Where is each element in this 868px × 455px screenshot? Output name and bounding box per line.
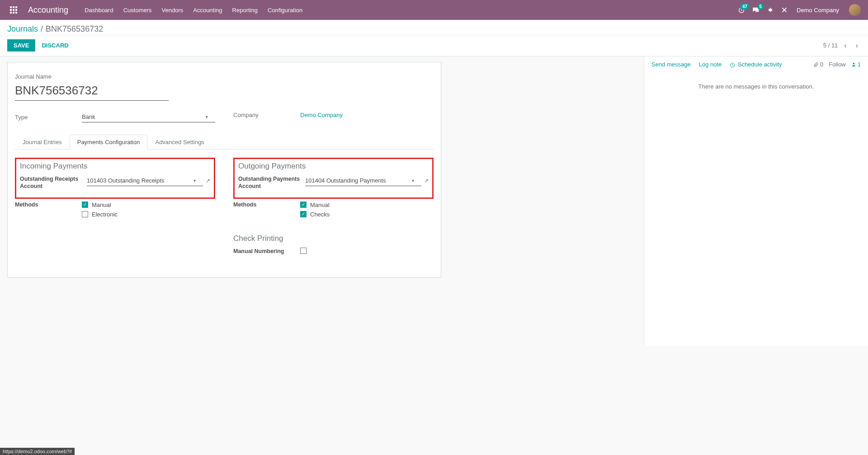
follow-button[interactable]: Follow: [829, 61, 846, 68]
caret-down-icon: ▾: [193, 178, 196, 183]
send-message-button[interactable]: Send message: [651, 61, 691, 68]
pager: 5 / 11 ‹ ›: [823, 40, 861, 52]
incoming-title: Incoming Payments: [20, 162, 210, 171]
company-name[interactable]: Demo Company: [797, 7, 839, 14]
svg-rect-5: [15, 9, 17, 11]
journal-name-input[interactable]: [15, 82, 169, 101]
tabs: Journal Entries Payments Configuration A…: [15, 134, 434, 150]
nav-customers[interactable]: Customers: [123, 7, 152, 14]
chatter-empty-text: There are no messages in this conversati…: [644, 72, 868, 101]
svg-rect-7: [13, 12, 14, 14]
user-avatar[interactable]: [849, 4, 861, 16]
tab-advanced[interactable]: Advanced Settings: [147, 135, 212, 150]
discard-button[interactable]: DISCARD: [42, 42, 68, 49]
svg-point-12: [853, 63, 854, 65]
svg-rect-4: [13, 9, 14, 11]
incoming-manual-checkbox[interactable]: [82, 202, 88, 208]
outgoing-methods-label: Methods: [233, 202, 300, 220]
timer-badge: 47: [740, 4, 750, 9]
outgoing-highlight: Outgoing Payments Outstanding Payments A…: [233, 158, 434, 199]
svg-rect-0: [10, 6, 12, 8]
chat-icon[interactable]: 5: [752, 6, 760, 14]
pager-prev-icon[interactable]: ‹: [841, 40, 849, 52]
app-title[interactable]: Accounting: [28, 5, 68, 15]
nav-vendors[interactable]: Vendors: [162, 7, 184, 14]
incoming-highlight: Incoming Payments Outstanding Receipts A…: [15, 158, 215, 199]
nav-configuration[interactable]: Configuration: [268, 7, 302, 14]
company-label: Company: [233, 112, 300, 118]
company-link[interactable]: Demo Company: [300, 112, 343, 118]
caret-down-icon: ▾: [206, 114, 208, 119]
journal-name-label: Journal Name: [15, 73, 169, 80]
incoming-methods-label: Methods: [15, 202, 82, 220]
pager-next-icon[interactable]: ›: [853, 40, 861, 52]
tab-payments-config[interactable]: Payments Configuration: [70, 135, 148, 150]
breadcrumb-current: BNK756536732: [46, 24, 103, 34]
check-printing-title: Check Printing: [233, 234, 434, 243]
type-select[interactable]: Bank ▾: [82, 112, 215, 122]
outgoing-account-value: 101404 Outstanding Payments: [305, 177, 386, 184]
incoming-account-value: 101403 Outstanding Receipts: [87, 177, 164, 184]
action-row: SAVE DISCARD 5 / 11 ‹ ›: [0, 37, 868, 56]
outgoing-title: Outgoing Payments: [238, 162, 429, 171]
external-link-icon[interactable]: ↗: [424, 178, 429, 184]
outgoing-manual-label: Manual: [310, 202, 330, 208]
schedule-activity-button[interactable]: Schedule activity: [730, 61, 782, 68]
type-label: Type: [15, 114, 82, 121]
svg-point-10: [769, 9, 772, 12]
breadcrumb-root[interactable]: Journals: [7, 24, 38, 34]
chat-badge: 5: [757, 4, 764, 9]
manual-numbering-label: Manual Numbering: [233, 248, 300, 255]
manual-numbering-checkbox[interactable]: [300, 248, 307, 254]
nav-dashboard[interactable]: Dashboard: [85, 7, 113, 14]
tab-journal-entries[interactable]: Journal Entries: [15, 135, 70, 150]
followers-count[interactable]: 1: [851, 61, 861, 68]
log-note-button[interactable]: Log note: [699, 61, 722, 68]
apps-icon[interactable]: [7, 4, 20, 16]
chatter-panel: Send message Log note Schedule activity …: [644, 56, 868, 346]
clock-icon: [730, 62, 735, 68]
caret-down-icon: ▾: [412, 178, 414, 183]
pager-text[interactable]: 5 / 11: [823, 42, 838, 49]
svg-rect-6: [10, 12, 12, 14]
incoming-account-select[interactable]: 101403 Outstanding Receipts ▾: [87, 175, 203, 186]
timer-icon[interactable]: 47: [738, 6, 745, 14]
outgoing-account-select[interactable]: 101404 Outstanding Payments ▾: [305, 175, 421, 186]
form-sheet: Journal Name Type Bank ▾ Company: [7, 62, 441, 277]
attachments-button[interactable]: 0: [813, 61, 823, 68]
incoming-electronic-label: Electronic: [92, 211, 118, 218]
svg-rect-1: [13, 6, 14, 8]
top-navbar: Accounting Dashboard Customers Vendors A…: [0, 0, 868, 20]
breadcrumb: Journals / BNK756536732: [7, 24, 861, 34]
external-link-icon[interactable]: ↗: [206, 178, 210, 184]
svg-rect-3: [10, 9, 12, 11]
person-icon: [851, 62, 856, 67]
type-value: Bank: [82, 113, 95, 120]
outgoing-manual-checkbox[interactable]: [300, 202, 307, 208]
incoming-manual-label: Manual: [92, 202, 111, 208]
outgoing-checks-checkbox[interactable]: [300, 211, 307, 217]
paperclip-icon: [813, 62, 819, 67]
incoming-account-label: Outstanding Receipts Account: [20, 175, 87, 190]
svg-rect-8: [15, 12, 17, 14]
close-tray-icon[interactable]: [781, 7, 788, 13]
nav-accounting[interactable]: Accounting: [193, 7, 222, 14]
nav-reporting[interactable]: Reporting: [232, 7, 258, 14]
bug-icon[interactable]: [767, 6, 774, 14]
outgoing-checks-label: Checks: [310, 211, 330, 218]
breadcrumb-row: Journals / BNK756536732: [0, 20, 868, 34]
incoming-electronic-checkbox[interactable]: [82, 211, 88, 217]
save-button[interactable]: SAVE: [7, 39, 35, 52]
outgoing-account-label: Outstanding Payments Account: [238, 175, 305, 190]
svg-rect-2: [15, 6, 17, 8]
